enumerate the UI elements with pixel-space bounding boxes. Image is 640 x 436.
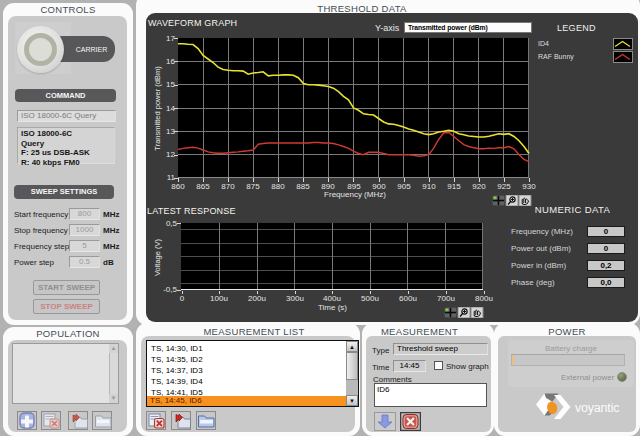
svg-text:voyantic: voyantic [575,401,619,415]
